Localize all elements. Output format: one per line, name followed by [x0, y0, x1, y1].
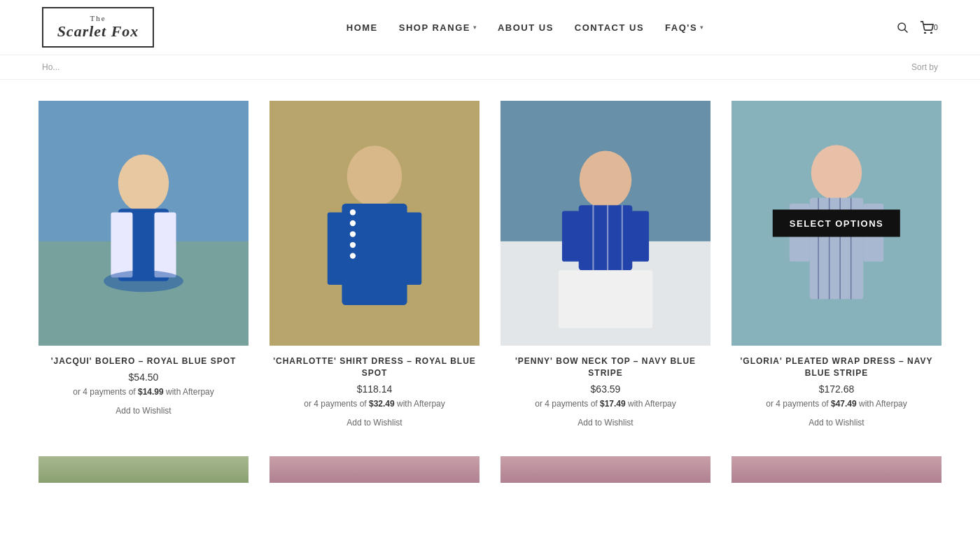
svg-point-6 [118, 155, 169, 213]
svg-point-0 [898, 23, 906, 31]
svg-point-18 [350, 242, 356, 248]
header-icons: 0 [896, 21, 938, 34]
product-image-svg-1 [38, 101, 248, 346]
nav-faqs[interactable]: FAQ'S ▾ [665, 22, 704, 33]
product-grid: 'JACQUI' BOLERO – ROYAL BLUE SPOT $54.50… [0, 80, 980, 456]
product-price-3: $63.59 [500, 383, 710, 395]
select-options-button[interactable]: SELECT OPTIONS [773, 210, 900, 237]
product-name-2: 'CHARLOTTE' SHIRT DRESS – ROYAL BLUE SPO… [270, 355, 479, 379]
logo-the: The [53, 14, 143, 22]
nav-about[interactable]: ABOUT US [498, 22, 554, 33]
main-nav: HOME SHOP RANGE ▾ ABOUT US CONTACT US FA… [346, 22, 704, 33]
nav-contact[interactable]: CONTACT US [575, 22, 644, 33]
product-price-4: $172.68 [732, 383, 941, 395]
svg-point-3 [931, 32, 932, 34]
afterpay-text-2: or 4 payments of $32.49 with Afterpay [270, 399, 479, 409]
wishlist-button-4[interactable]: Add to Wishlist [808, 418, 864, 428]
nav-shop-range[interactable]: SHOP RANGE ▾ [399, 22, 477, 33]
product-card-3: 'PENNY' BOW NECK TOP – NAVY BLUE STRIPE … [490, 94, 721, 442]
product-card-2: 'CHARLOTTE' SHIRT DRESS – ROYAL BLUE SPO… [259, 94, 490, 442]
product-name-1: 'JACQUI' BOLERO – ROYAL BLUE SPOT [38, 355, 248, 367]
breadcrumb-home[interactable]: Ho... [42, 62, 59, 72]
svg-point-15 [350, 209, 356, 215]
product-name-3: 'PENNY' BOW NECK TOP – NAVY BLUE STRIPE [500, 355, 710, 379]
search-button[interactable] [896, 21, 909, 34]
afterpay-text-3: or 4 payments of $17.49 with Afterpay [500, 399, 710, 409]
product-image-2[interactable] [270, 101, 479, 346]
svg-point-17 [350, 231, 356, 237]
wishlist-button-3[interactable]: Add to Wishlist [578, 418, 633, 428]
svg-rect-25 [579, 205, 633, 270]
product-image-svg-3 [500, 101, 710, 346]
bottom-product-row [0, 456, 980, 483]
shop-range-chevron-icon: ▾ [473, 24, 477, 31]
product-image-4[interactable]: SELECT OPTIONS [732, 101, 941, 346]
svg-rect-21 [400, 212, 421, 284]
logo-main: Scarlet Fox [53, 22, 143, 41]
product-image-1[interactable] [38, 101, 248, 346]
svg-point-16 [350, 220, 356, 226]
product-image-3[interactable] [500, 101, 710, 346]
product-card-1: 'JACQUI' BOLERO – ROYAL BLUE SPOT $54.50… [28, 94, 259, 442]
svg-line-1 [904, 29, 907, 32]
svg-point-19 [350, 253, 356, 258]
afterpay-text-1: or 4 payments of $14.99 with Afterpay [38, 387, 248, 397]
bottom-image-1[interactable] [38, 456, 248, 483]
logo[interactable]: The Scarlet Fox [42, 7, 154, 48]
search-icon [896, 21, 909, 34]
svg-rect-31 [631, 211, 649, 261]
product-price-2: $118.14 [270, 383, 479, 395]
svg-rect-29 [559, 270, 652, 328]
cart-button[interactable]: 0 [920, 21, 938, 34]
afterpay-text-4: or 4 payments of $47.49 with Afterpay [732, 399, 941, 409]
svg-rect-9 [155, 212, 176, 277]
faqs-chevron-icon: ▾ [700, 24, 704, 31]
cart-count: 0 [934, 23, 938, 31]
svg-rect-30 [562, 211, 580, 261]
product-card-4: SELECT OPTIONS 'GLORIA' PLEATED WRAP DRE… [721, 94, 952, 442]
product-price-1: $54.50 [38, 372, 248, 383]
svg-point-2 [925, 32, 926, 34]
site-header: The Scarlet Fox HOME SHOP RANGE ▾ ABOUT … [0, 0, 980, 55]
svg-rect-20 [328, 212, 349, 284]
sort-label: Sort by [911, 62, 938, 72]
product-name-4: 'GLORIA' PLEATED WRAP DRESS – NAVY BLUE … [732, 355, 941, 379]
bottom-image-4[interactable] [732, 456, 941, 483]
breadcrumb-bar: Ho... Sort by [0, 55, 980, 80]
svg-rect-8 [111, 212, 132, 277]
product-image-svg-2 [270, 101, 479, 346]
bottom-image-2[interactable] [270, 456, 479, 483]
wishlist-button-1[interactable]: Add to Wishlist [115, 406, 171, 416]
wishlist-button-2[interactable]: Add to Wishlist [346, 418, 402, 428]
svg-point-13 [347, 146, 402, 206]
svg-point-34 [811, 145, 862, 200]
svg-point-24 [580, 151, 631, 209]
svg-point-10 [104, 270, 183, 292]
bottom-image-3[interactable] [500, 456, 710, 483]
breadcrumb: Ho... [42, 62, 59, 72]
cart-icon [920, 21, 934, 34]
nav-home[interactable]: HOME [346, 22, 378, 33]
